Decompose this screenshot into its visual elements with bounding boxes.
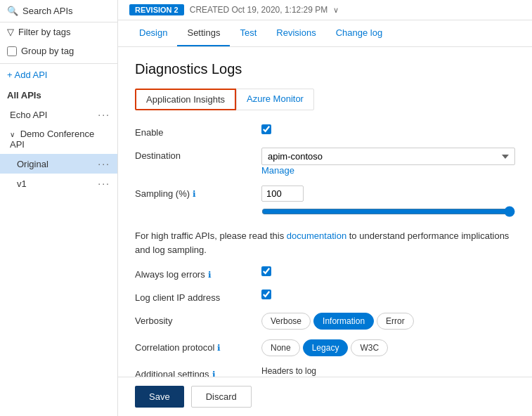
- verbosity-error[interactable]: Error: [377, 313, 414, 330]
- log-client-ip-row: Log client IP address: [135, 290, 515, 303]
- destination-select[interactable]: apim-contoso: [261, 148, 515, 165]
- always-log-label: Always log errors ℹ: [135, 266, 261, 280]
- verbosity-information[interactable]: Information: [313, 313, 374, 330]
- echo-api-dots[interactable]: ···: [98, 109, 110, 120]
- correlation-label-text: Correlation protocol: [135, 342, 214, 353]
- discard-button[interactable]: Discard: [191, 386, 252, 408]
- destination-control: apim-contoso Manage: [261, 148, 515, 176]
- sampling-row: Sampling (%) ℹ 100: [135, 186, 515, 219]
- manage-link[interactable]: Manage: [261, 165, 515, 176]
- tab-change-log[interactable]: Change log: [326, 20, 393, 46]
- correlation-legacy[interactable]: Legacy: [303, 339, 349, 356]
- revision-chevron-icon[interactable]: ∨: [333, 6, 339, 15]
- enable-row: Enable: [135, 124, 515, 138]
- topbar: REVISION 2 CREATED Oct 19, 2020, 1:12:29…: [118, 0, 532, 20]
- tab-design[interactable]: Design: [129, 20, 177, 46]
- verbosity-row: Verbosity Verbose Information Error: [135, 313, 515, 330]
- group-by-tag-checkbox[interactable]: [7, 46, 17, 56]
- verbosity-verbose[interactable]: Verbose: [261, 313, 311, 330]
- correlation-group: None Legacy W3C: [261, 339, 515, 356]
- sidebar-item-v1[interactable]: v1 ···: [0, 174, 117, 193]
- additional-settings-row: Additional settings ℹ Headers to log Num…: [135, 366, 515, 377]
- info-text-prefix: For high traffic APIs, please read this: [135, 230, 284, 241]
- sidebar-item-original[interactable]: Original ···: [0, 154, 117, 174]
- main-panel: REVISION 2 CREATED Oct 19, 2020, 1:12:29…: [118, 0, 532, 416]
- destination-label-text: Destination: [135, 150, 181, 161]
- sub-tabs: Application Insights Azure Monitor: [135, 89, 515, 110]
- sampling-control: 100: [261, 186, 515, 219]
- log-client-ip-control: [261, 290, 515, 301]
- correlation-w3c[interactable]: W3C: [351, 339, 388, 356]
- correlation-none[interactable]: None: [261, 339, 300, 356]
- search-bar[interactable]: 🔍 Search APIs: [0, 0, 117, 22]
- correlation-info-icon[interactable]: ℹ: [217, 343, 221, 353]
- sidebar-item-demo-conference-api[interactable]: ∨ Demo Conference API: [0, 124, 117, 154]
- group-label: Group by tag: [21, 46, 74, 56]
- sub-tab-application-insights[interactable]: Application Insights: [135, 89, 236, 110]
- add-label: + Add API: [7, 70, 47, 80]
- sampling-input[interactable]: 100: [261, 186, 304, 202]
- additional-control: Headers to log Number of payload bytes t…: [261, 366, 515, 377]
- always-log-row: Always log errors ℹ: [135, 266, 515, 280]
- additional-info-icon[interactable]: ℹ: [212, 370, 216, 377]
- footer: Save Discard: [118, 377, 532, 416]
- add-api-button[interactable]: + Add API: [0, 63, 117, 86]
- demo-conference-api-label: Demo Conference API: [10, 129, 94, 150]
- correlation-label: Correlation protocol ℹ: [135, 339, 261, 353]
- sub-tab-azure-monitor[interactable]: Azure Monitor: [236, 89, 314, 110]
- enable-control: [261, 124, 515, 136]
- verbosity-group: Verbose Information Error: [261, 313, 515, 330]
- documentation-link[interactable]: documentation: [287, 230, 346, 241]
- always-log-control: [261, 266, 515, 278]
- log-client-ip-label: Log client IP address: [135, 290, 261, 303]
- original-dots[interactable]: ···: [98, 158, 110, 169]
- echo-api-label: Echo API: [10, 110, 47, 120]
- sampling-label: Sampling (%) ℹ: [135, 186, 261, 199]
- sidebar: 🔍 Search APIs ▽ Filter by tags Group by …: [0, 0, 118, 416]
- enable-checkbox[interactable]: [261, 124, 271, 134]
- sampling-slider[interactable]: [261, 206, 515, 217]
- page-title: Diagnostics Logs: [135, 61, 515, 77]
- original-label: Original: [17, 159, 48, 169]
- sidebar-item-echo-api[interactable]: Echo API ···: [0, 105, 117, 124]
- always-log-checkbox[interactable]: [261, 266, 271, 276]
- v1-dots[interactable]: ···: [98, 178, 110, 189]
- content-area: Diagnostics Logs Application Insights Az…: [118, 47, 532, 377]
- all-apis-title: All APIs: [0, 86, 117, 105]
- correlation-row: Correlation protocol ℹ None Legacy W3C: [135, 339, 515, 356]
- log-client-ip-checkbox[interactable]: [261, 290, 271, 299]
- group-by-tag: Group by tag: [0, 41, 117, 60]
- search-placeholder: Search APIs: [22, 6, 73, 16]
- info-text: For high traffic APIs, please read this …: [135, 229, 515, 256]
- destination-row: Destination apim-contoso Manage: [135, 148, 515, 176]
- correlation-control: None Legacy W3C: [261, 339, 515, 356]
- nav-tabs: Design Settings Test Revisions Change lo…: [118, 20, 532, 47]
- created-text: CREATED Oct 19, 2020, 1:12:29 PM: [190, 5, 328, 15]
- verbosity-control: Verbose Information Error: [261, 313, 515, 330]
- tab-revisions[interactable]: Revisions: [266, 20, 325, 46]
- headers-label: Headers to log: [261, 366, 515, 376]
- revision-badge: REVISION 2: [129, 4, 184, 15]
- sampling-info-icon[interactable]: ℹ: [193, 189, 196, 199]
- tab-settings[interactable]: Settings: [177, 20, 230, 46]
- sampling-label-text: Sampling (%): [135, 188, 190, 199]
- additional-label: Additional settings ℹ: [135, 366, 261, 377]
- always-log-label-text: Always log errors: [135, 269, 205, 280]
- save-button[interactable]: Save: [135, 386, 184, 408]
- chevron-down-icon: ∨: [10, 131, 15, 138]
- tab-test[interactable]: Test: [230, 20, 266, 46]
- enable-label: Enable: [135, 124, 261, 138]
- always-log-info-icon[interactable]: ℹ: [208, 270, 212, 280]
- search-icon: 🔍: [7, 6, 18, 16]
- filter-label: Filter by tags: [18, 27, 70, 37]
- filter-icon: ▽: [7, 27, 14, 37]
- verbosity-label: Verbosity: [135, 313, 261, 326]
- v1-label: v1: [17, 178, 27, 189]
- additional-label-text: Additional settings: [135, 369, 209, 377]
- destination-label: Destination: [135, 148, 261, 161]
- filter-by-tags[interactable]: ▽ Filter by tags: [0, 22, 117, 41]
